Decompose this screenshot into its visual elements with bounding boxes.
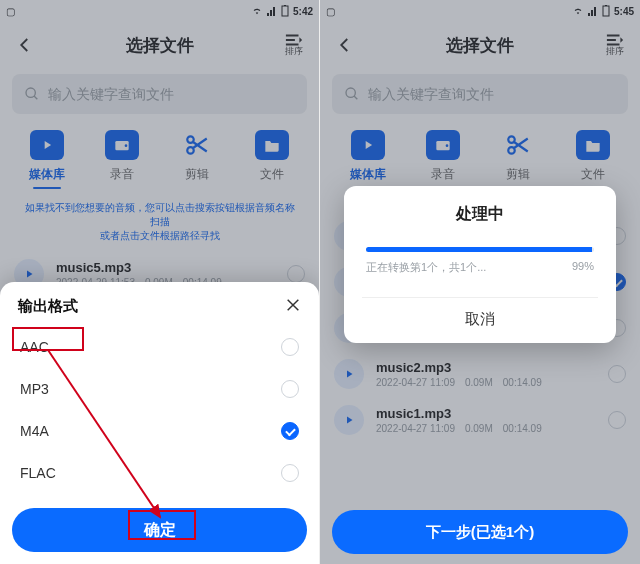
folder-icon bbox=[576, 130, 610, 160]
svg-point-12 bbox=[445, 144, 448, 147]
svg-point-4 bbox=[125, 144, 128, 147]
close-button[interactable] bbox=[285, 296, 301, 316]
play-icon[interactable] bbox=[334, 359, 364, 389]
play-icon[interactable] bbox=[334, 405, 364, 435]
chevron-left-icon bbox=[16, 36, 34, 54]
category-tabs: 媒体库 录音 剪辑 文件 bbox=[0, 124, 319, 197]
back-button[interactable] bbox=[12, 36, 38, 54]
app-header: 选择文件 排序 bbox=[0, 22, 319, 68]
tab-label: 文件 bbox=[260, 166, 284, 183]
wifi-icon bbox=[572, 6, 584, 16]
tab-files[interactable]: 文件 bbox=[563, 130, 623, 189]
tab-clip[interactable]: 剪辑 bbox=[167, 130, 227, 189]
back-button[interactable] bbox=[332, 36, 358, 54]
play-square-icon bbox=[351, 130, 385, 160]
format-option-aac[interactable]: AAC bbox=[0, 326, 319, 368]
file-name: music5.mp3 bbox=[56, 260, 275, 275]
phone-right: ▢ 5:45 选择文件 排序 bbox=[320, 0, 640, 564]
folder-icon bbox=[255, 130, 289, 160]
tab-media[interactable]: 媒体库 bbox=[338, 130, 398, 189]
tab-label: 媒体库 bbox=[29, 166, 65, 183]
svg-rect-0 bbox=[282, 6, 288, 16]
tab-label: 文件 bbox=[581, 166, 605, 183]
battery-icon bbox=[602, 5, 610, 17]
tab-label: 剪辑 bbox=[185, 166, 209, 183]
cancel-button[interactable]: 取消 bbox=[362, 298, 598, 331]
svg-rect-1 bbox=[284, 5, 286, 6]
tab-media[interactable]: 媒体库 bbox=[17, 130, 77, 189]
radio-icon[interactable] bbox=[281, 380, 299, 398]
radio-icon[interactable] bbox=[281, 422, 299, 440]
format-option-m4a[interactable]: M4A bbox=[0, 410, 319, 452]
radio-icon[interactable] bbox=[281, 338, 299, 356]
processing-dialog: 处理中 正在转换第1个，共1个... 99% 取消 bbox=[344, 186, 616, 343]
tab-label: 剪辑 bbox=[506, 166, 530, 183]
file-radio[interactable] bbox=[608, 411, 626, 429]
app-header: 选择文件 排序 bbox=[320, 22, 640, 68]
confirm-button[interactable]: 确定 bbox=[12, 508, 307, 552]
sort-button[interactable]: 排序 bbox=[602, 33, 628, 58]
search-icon bbox=[344, 86, 360, 102]
page-title: 选择文件 bbox=[358, 34, 602, 57]
sort-button[interactable]: 排序 bbox=[281, 33, 307, 58]
scissors-icon bbox=[501, 130, 535, 160]
signal-icon bbox=[588, 6, 598, 16]
file-radio[interactable] bbox=[608, 365, 626, 383]
svg-rect-9 bbox=[605, 5, 607, 6]
tab-label: 录音 bbox=[110, 166, 134, 183]
svg-rect-8 bbox=[603, 6, 609, 16]
format-option-flac[interactable]: FLAC bbox=[0, 452, 319, 494]
progress-text: 正在转换第1个，共1个... bbox=[366, 260, 486, 275]
format-bottomsheet: 输出格式 AAC MP3 M4A FLAC 确定 bbox=[0, 282, 319, 564]
battery-icon bbox=[281, 5, 289, 17]
next-button[interactable]: 下一步(已选1个) bbox=[332, 510, 628, 554]
sheet-title: 输出格式 bbox=[18, 297, 78, 316]
svg-point-10 bbox=[346, 88, 355, 97]
dialog-title: 处理中 bbox=[362, 204, 598, 225]
tab-record[interactable]: 录音 bbox=[413, 130, 473, 189]
signal-icon bbox=[267, 6, 277, 16]
file-item[interactable]: music1.mp32022-04-27 11:090.09M00:14.09 bbox=[320, 397, 640, 443]
progress-percent: 99% bbox=[572, 260, 594, 275]
search-input[interactable] bbox=[48, 86, 295, 102]
progress-bar bbox=[366, 247, 594, 252]
status-notif-icon: ▢ bbox=[326, 6, 366, 17]
sort-label: 排序 bbox=[606, 45, 624, 58]
status-time: 5:42 bbox=[293, 6, 313, 17]
wallet-icon bbox=[426, 130, 460, 160]
scissors-icon bbox=[180, 130, 214, 160]
tab-clip[interactable]: 剪辑 bbox=[488, 130, 548, 189]
wifi-icon bbox=[251, 6, 263, 16]
search-input[interactable] bbox=[368, 86, 616, 102]
status-notif-icon: ▢ bbox=[6, 6, 46, 17]
phone-left: ▢ 5:42 选择文件 排序 bbox=[0, 0, 320, 564]
radio-icon[interactable] bbox=[281, 464, 299, 482]
tab-record[interactable]: 录音 bbox=[92, 130, 152, 189]
sort-label: 排序 bbox=[285, 45, 303, 58]
search-bar[interactable] bbox=[12, 74, 307, 114]
status-time: 5:45 bbox=[614, 6, 634, 17]
file-radio[interactable] bbox=[287, 265, 305, 283]
tab-files[interactable]: 文件 bbox=[242, 130, 302, 189]
wallet-icon bbox=[105, 130, 139, 160]
tip-text: 如果找不到您想要的音频，您可以点击搜索按钮根据音频名称扫描 或者点击文件根据路径… bbox=[0, 197, 319, 251]
close-icon bbox=[285, 297, 301, 313]
chevron-left-icon bbox=[336, 36, 354, 54]
status-bar: ▢ 5:42 bbox=[0, 0, 319, 22]
page-title: 选择文件 bbox=[38, 34, 281, 57]
play-square-icon bbox=[30, 130, 64, 160]
tab-label: 媒体库 bbox=[350, 166, 386, 183]
search-bar[interactable] bbox=[332, 74, 628, 114]
svg-point-2 bbox=[26, 88, 35, 97]
status-bar: ▢ 5:45 bbox=[320, 0, 640, 22]
tab-label: 录音 bbox=[431, 166, 455, 183]
search-icon bbox=[24, 86, 40, 102]
format-option-mp3[interactable]: MP3 bbox=[0, 368, 319, 410]
file-item[interactable]: music2.mp32022-04-27 11:090.09M00:14.09 bbox=[320, 351, 640, 397]
